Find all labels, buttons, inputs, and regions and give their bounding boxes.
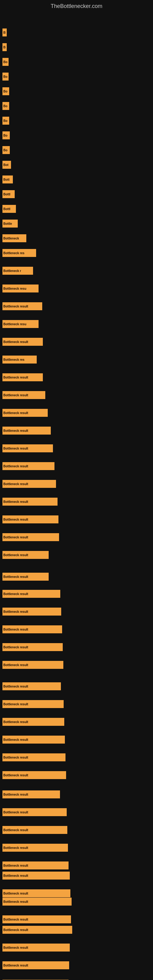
bar-row: Bottleneck <box>2 234 26 242</box>
bar-row: Bottleneck result <box>2 338 43 346</box>
bar-row: Bottleneck result <box>2 844 68 852</box>
bar-row: Bottleneck result <box>2 480 56 488</box>
bar-row: Bottleneck result <box>2 736 65 744</box>
bar-row: Bottleneck result <box>2 791 60 799</box>
bar-row: Bottleneck result <box>2 661 63 669</box>
bar-row: Bottleneck result <box>2 409 48 417</box>
bar-row: Bottleneck result <box>2 498 57 506</box>
bar-row: Bottle <box>2 220 18 228</box>
bar-row: Bottleneck r <box>2 267 33 275</box>
bar-row: Bottleneck result <box>2 915 71 923</box>
bar-row: Bo <box>2 146 10 154</box>
bar-row: Bot <box>2 161 11 169</box>
bar-row: Bottleneck result <box>2 771 66 779</box>
bar-row: Bottleneck res <box>2 249 36 257</box>
bar-row: Bo <box>2 102 9 110</box>
bar-row: Bo <box>2 87 9 95</box>
bar-row: Bo <box>2 58 9 66</box>
bar-row: B <box>2 29 7 37</box>
bar-row: Bottleneck result <box>2 444 53 452</box>
bar-row: Bottl <box>2 205 16 213</box>
bar-row: Bottleneck result <box>2 608 61 616</box>
bar-row: Bo <box>2 73 9 81</box>
bar-row: Bottleneck result <box>2 515 59 523</box>
bar-row: Bottl <box>2 190 15 198</box>
bar-row: Bottleneck result <box>2 373 43 381</box>
bar-row: Bottleneck result <box>2 897 72 905</box>
bar-row: Bottleneck resu <box>2 320 38 328</box>
bar-row: Bottleneck result <box>2 590 60 598</box>
bar-row: Bottleneck result <box>2 753 65 761</box>
bar-row: Bottleneck result <box>2 700 64 708</box>
bar-row: Bottleneck result <box>2 643 63 651</box>
bar-row: Bottleneck result <box>2 943 70 951</box>
bar-row: Bottleneck result <box>2 302 42 310</box>
bar-row: Bottleneck result <box>2 625 62 633</box>
bar-row: Bottleneck result <box>2 573 49 581</box>
bar-row: Bottleneck result <box>2 872 70 880</box>
bar-row: Bottleneck result <box>2 551 49 559</box>
bar-row: Bottleneck result <box>2 808 67 816</box>
bar-row: Bottleneck result <box>2 682 61 690</box>
bar-row: Bottleneck result <box>2 889 70 897</box>
bar-row: Bottleneck result <box>2 462 54 470</box>
bar-row: Bo <box>2 131 10 139</box>
bar-row: Bottleneck result <box>2 391 45 399</box>
bars-container: BBBoBoBoBoBoBoBoBotBottBottlBottlBottleB… <box>0 16 153 980</box>
bar-row: Bo <box>2 117 9 125</box>
bar-row: Bottleneck result <box>2 426 51 434</box>
bar-row: B <box>2 43 7 51</box>
bar-row: Bottleneck result <box>2 926 72 934</box>
site-title: TheBottlenecker.com <box>0 0 153 16</box>
bar-row: Bottleneck result <box>2 718 64 726</box>
bar-row: Bott <box>2 175 13 183</box>
bar-row: Bottleneck res <box>2 356 37 364</box>
bar-row: Bottleneck result <box>2 826 67 834</box>
bar-row: Bottleneck result <box>2 533 59 541</box>
bar-row: Bottleneck resu <box>2 285 38 293</box>
bar-row: Bottleneck result <box>2 961 69 969</box>
bar-row: Bottleneck result <box>2 861 69 869</box>
